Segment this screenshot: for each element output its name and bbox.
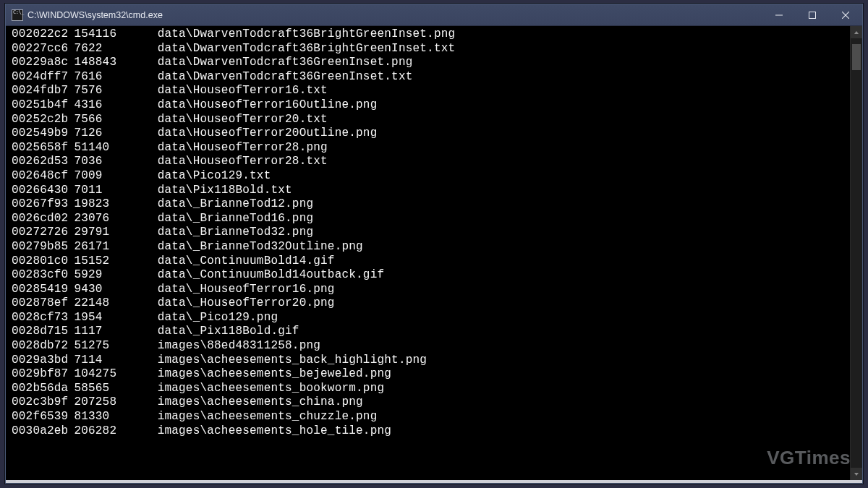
col-address: 00251b4f [12,98,74,113]
output-line: 00251b4f4316data\HouseofTerror16Outline.… [12,98,850,113]
output-line: 0024fdb77576data\HouseofTerror16.txt [12,84,850,98]
col-path: data\_Pix118Bold.gif [158,325,299,338]
col-address: 00279b85 [12,240,74,254]
col-size: 26171 [74,240,157,254]
svg-rect-1 [809,12,816,18]
col-path: data\_HouseofTerror16.png [158,283,335,296]
output-line: 0030a2eb206282images\acheesements_hole_t… [12,424,850,439]
col-path: data\_ContinuumBold14outback.gif [158,268,385,281]
cmd-window: C:\WINDOWS\system32\cmd.exe 002022c21541… [5,4,863,484]
col-size: 19823 [74,197,157,212]
output-line: 0027272629791data\_BrianneTod32.png [12,226,850,240]
col-size: 7622 [74,42,157,56]
col-address: 00227cc6 [12,42,74,56]
col-address: 0029a3bd [12,354,74,368]
col-path: images\acheesements_china.png [158,395,363,408]
minimize-icon [775,12,783,19]
maximize-button[interactable] [796,4,829,25]
col-address: 00266430 [12,184,74,198]
output-line: 002878ef22148data\_HouseofTerror20.png [12,296,850,311]
col-path: data\HouseofTerror16.txt [158,84,328,97]
output-line: 00283cf05929data\_ContinuumBold14outback… [12,268,850,283]
console-output[interactable]: 002022c2154116data\DwarvenTodcraft36Brig… [6,26,850,480]
chevron-down-icon [854,471,859,477]
col-address: 00262d53 [12,155,74,169]
scrollbar-thumb[interactable] [852,44,861,70]
output-line: 002664307011data\Pix118Bold.txt [12,184,850,198]
col-address: 0026cd02 [12,212,74,226]
output-line: 0028cf731954data\_Pico129.png [12,311,850,325]
col-size: 148843 [74,56,157,70]
col-size: 9430 [74,283,157,297]
col-address: 00252c2b [12,113,74,127]
col-size: 7126 [74,127,157,141]
scroll-down-button[interactable] [851,468,862,480]
col-size: 23076 [74,212,157,226]
col-address: 002c3b9f [12,395,74,410]
window-controls [762,4,862,25]
vertical-scrollbar[interactable] [850,26,862,480]
col-size: 5929 [74,268,157,283]
col-address: 002801c0 [12,254,74,269]
col-path: data\DwarvenTodcraft36GreenInset.txt [158,70,413,83]
output-line: 0025658f51140data\HouseofTerror28.png [12,141,850,155]
output-line: 00227cc67622data\DwarvenTodcraft36Bright… [12,42,850,56]
scrollbar-track[interactable] [851,38,862,468]
output-line: 002b56da58565images\acheesements_bookwor… [12,382,850,396]
output-line: 0028d7151117data\_Pix118Bold.gif [12,325,850,339]
output-line: 0029a3bd7114images\acheesements_back_hig… [12,354,850,368]
minimize-button[interactable] [762,4,796,25]
col-address: 0028cf73 [12,311,74,325]
output-line: 00252c2b7566data\HouseofTerror20.txt [12,113,850,127]
col-size: 58565 [74,382,157,396]
col-address: 002b56da [12,382,74,396]
svg-marker-4 [854,31,859,34]
output-line: 002801c015152data\_ContinuumBold14.gif [12,254,850,269]
col-size: 22148 [74,296,157,311]
client-area: 002022c2154116data\DwarvenTodcraft36Brig… [6,26,862,480]
col-size: 206282 [74,424,157,439]
col-path: data\HouseofTerror20.txt [158,113,328,126]
col-path: data\_BrianneTod16.png [158,212,314,225]
col-address: 0028db72 [12,339,74,354]
col-path: data\_BrianneTod32.png [158,226,314,239]
col-path: data\DwarvenTodcraft36BrightGreenInset.p… [158,27,456,40]
output-line: 002549b97126data\HouseofTerror20Outline.… [12,127,850,141]
col-path: data\_Pico129.png [158,311,278,324]
maximize-icon [809,12,816,19]
col-size: 7566 [74,113,157,127]
output-line: 00279b8526171data\_BrianneTod32Outline.p… [12,240,850,254]
output-line: 002022c2154116data\DwarvenTodcraft36Brig… [12,27,850,42]
close-button[interactable] [829,4,862,25]
col-path: data\_BrianneTod32Outline.png [158,240,363,253]
col-size: 81330 [74,410,157,424]
col-size: 1117 [74,325,157,339]
output-line: 002f653981330images\acheesements_chuzzle… [12,410,850,424]
col-path: data\DwarvenTodcraft36GreenInset.png [158,56,413,69]
col-path: data\_ContinuumBold14.gif [158,254,335,267]
svg-marker-5 [854,473,859,476]
col-path: data\HouseofTerror16Outline.png [158,98,378,111]
col-size: 1954 [74,311,157,325]
col-address: 0024dff7 [12,70,74,85]
col-path: data\HouseofTerror28.txt [158,155,328,168]
col-address: 00283cf0 [12,268,74,283]
scroll-up-button[interactable] [851,26,862,38]
col-size: 7114 [74,354,157,368]
bottom-border [6,480,862,483]
col-path: images\88ed48311258.png [158,339,320,352]
col-address: 002f6539 [12,410,74,424]
col-address: 0025658f [12,141,74,155]
titlebar[interactable]: C:\WINDOWS\system32\cmd.exe [6,4,862,26]
col-path: data\Pico129.txt [158,169,271,182]
col-address: 00285419 [12,283,74,297]
col-address: 002648cf [12,169,74,184]
close-icon [842,12,849,19]
col-path: images\acheesements_chuzzle.png [158,410,378,423]
col-size: 7036 [74,155,157,169]
output-line: 0029bf87104275images\acheesements_bejewe… [12,367,850,382]
col-address: 002878ef [12,296,74,311]
output-line: 002854199430data\_HouseofTerror16.png [12,283,850,297]
col-path: images\acheesements_back_highlight.png [158,354,427,367]
col-path: data\Pix118Bold.txt [158,184,292,197]
